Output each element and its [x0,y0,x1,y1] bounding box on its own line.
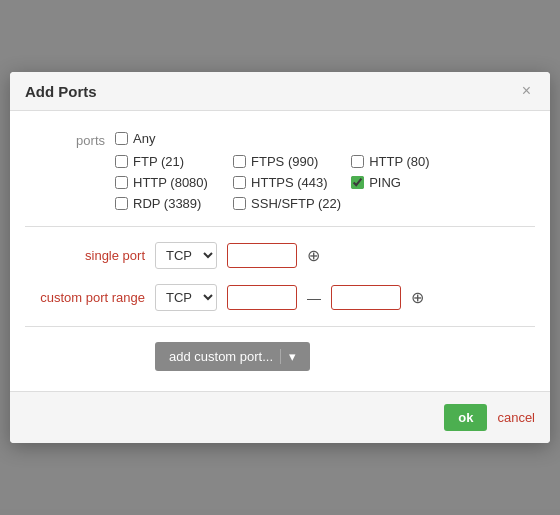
single-port-input[interactable] [227,243,297,268]
checkbox-ping: PING [351,175,459,190]
separator-2 [25,326,535,327]
modal-header: Add Ports × [10,72,550,111]
checkbox-ftps-label: FTPS (990) [251,154,318,169]
modal-body: ports Any FTP (21) FTPS (990 [10,111,550,391]
checkbox-sshsftp-input[interactable] [233,197,246,210]
single-port-protocol-select[interactable]: TCP UDP [155,242,217,269]
checkbox-https443-input[interactable] [233,176,246,189]
checkbox-ping-input[interactable] [351,176,364,189]
checkbox-ftps: FTPS (990) [233,154,341,169]
custom-port-range-protocol-select[interactable]: TCP UDP [155,284,217,311]
modal-footer: ok cancel [10,391,550,443]
modal-title: Add Ports [25,83,97,100]
checkbox-http8080-label: HTTP (8080) [133,175,208,190]
single-port-label: single port [25,248,145,263]
add-custom-port-label: add custom port... [169,349,273,364]
checkbox-http80-label: HTTP (80) [369,154,429,169]
add-custom-port-button[interactable]: add custom port... ▾ [155,342,310,371]
checkbox-any-label: Any [133,131,155,146]
add-custom-range-icon[interactable]: ⊕ [411,288,424,307]
single-port-row: single port TCP UDP ⊕ [25,242,535,269]
ok-button[interactable]: ok [444,404,487,431]
port-range-dash: — [307,290,321,306]
checkbox-sshsftp-label: SSH/SFTP (22) [251,196,341,211]
close-button[interactable]: × [518,82,535,100]
ports-checkboxes: Any FTP (21) FTPS (990) HT [115,131,459,211]
checkbox-https443-label: HTTPS (443) [251,175,328,190]
custom-port-to-input[interactable] [331,285,401,310]
checkbox-rdp: RDP (3389) [115,196,223,211]
add-custom-port-caret: ▾ [280,349,296,364]
checkbox-any-input[interactable] [115,132,128,145]
add-custom-row: add custom port... ▾ [155,342,535,371]
ports-section: ports Any FTP (21) FTPS (990 [25,131,535,211]
add-single-port-icon[interactable]: ⊕ [307,246,320,265]
checkbox-https443: HTTPS (443) [233,175,341,190]
ports-label: ports [25,131,105,211]
separator-1 [25,226,535,227]
checkbox-ftp-label: FTP (21) [133,154,184,169]
modal: Add Ports × ports Any FTP (21) [10,72,550,443]
checkbox-ftp-input[interactable] [115,155,128,168]
modal-overlay: Add Ports × ports Any FTP (21) [0,0,560,515]
checkbox-rdp-label: RDP (3389) [133,196,201,211]
checkbox-http80-input[interactable] [351,155,364,168]
checkbox-any: Any [115,131,459,146]
checkbox-http80: HTTP (80) [351,154,459,169]
custom-port-from-input[interactable] [227,285,297,310]
checkbox-ftp: FTP (21) [115,154,223,169]
custom-port-range-row: custom port range TCP UDP — ⊕ [25,284,535,311]
checkbox-ping-label: PING [369,175,401,190]
checkbox-rdp-input[interactable] [115,197,128,210]
checkbox-sshsftp: SSH/SFTP (22) [233,196,341,211]
checkbox-http8080: HTTP (8080) [115,175,223,190]
checkbox-ftps-input[interactable] [233,155,246,168]
custom-port-range-label: custom port range [25,290,145,305]
checkbox-http8080-input[interactable] [115,176,128,189]
cancel-button[interactable]: cancel [497,410,535,425]
